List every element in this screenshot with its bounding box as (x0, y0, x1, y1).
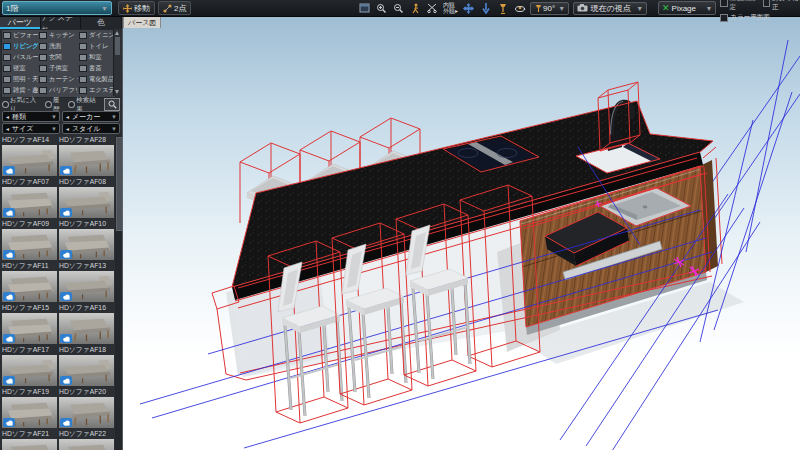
catalog-item-label: HDソファAF15 (2, 303, 57, 313)
eye-level-icon[interactable] (496, 2, 509, 15)
style-dropdown[interactable]: ◄スタイル▼ (62, 123, 120, 134)
scrollbar-thumb[interactable] (116, 137, 123, 231)
two-point-button[interactable]: 2点 (158, 1, 191, 15)
tab-color[interactable]: 色 (81, 16, 122, 29)
catalog-item[interactable]: HDソファAF15 (2, 303, 57, 345)
category-study[interactable]: 書斎 (78, 63, 115, 74)
brand-menu[interactable]: ✕ Pixage ▼ (658, 1, 716, 15)
viewpoint-select[interactable]: 現在の視点 ▼ (573, 2, 647, 15)
catalog-item-thumbnail[interactable] (59, 271, 114, 302)
category-toilet[interactable]: トイレ (78, 41, 115, 52)
catalog-item[interactable]: HDソファAF14 (2, 135, 57, 177)
catalog-item-label: HDソファAF08 (59, 177, 114, 187)
tab-parts[interactable]: パーツ (0, 16, 41, 29)
catalog-item-thumbnail[interactable] (2, 313, 57, 344)
catalog-item-thumbnail[interactable] (59, 397, 114, 428)
catalog-item-thumbnail[interactable] (2, 355, 57, 386)
walkthrough-icon[interactable] (409, 2, 422, 15)
catalog-item[interactable]: HDソファAF22 (59, 429, 114, 450)
catalog-item[interactable]: HDソファAF10 (59, 219, 114, 261)
catalog-item[interactable]: HDソファAF21 (2, 429, 57, 450)
view-mode-toggle[interactable]: 内観 外観▸ (443, 2, 458, 14)
fix-gaze-checkbox[interactable]: 注視点固定 (720, 0, 757, 12)
color-plan-checkbox[interactable]: カラー平面図 (720, 13, 769, 22)
category-washroom[interactable]: 洗面 (38, 41, 78, 52)
category-scrollbar[interactable] (113, 29, 121, 96)
catalog-item[interactable]: HDソファAF11 (2, 261, 57, 303)
catalog-item[interactable]: HDソファAF13 (59, 261, 114, 303)
scroll-up-icon[interactable] (115, 31, 119, 35)
catalog-item-thumbnail[interactable] (2, 439, 57, 450)
scrollbar-thumb[interactable] (115, 37, 120, 55)
category-japanese-room[interactable]: 和室 (78, 52, 115, 63)
chevron-down-icon: ▼ (558, 5, 565, 12)
category-entrance[interactable]: 玄関 (38, 52, 78, 63)
zoom-out-icon[interactable] (392, 2, 405, 15)
3d-scene (122, 16, 800, 450)
catalog-item-thumbnail[interactable] (2, 271, 57, 302)
window-icon[interactable] (358, 2, 371, 15)
scroll-down-icon[interactable] (115, 90, 119, 94)
move-button[interactable]: 移動 (118, 1, 155, 15)
chevron-down-icon: ▼ (51, 126, 57, 132)
type-dropdown[interactable]: ◄種類▼ (2, 111, 60, 122)
3d-viewport[interactable]: パース図 (122, 16, 800, 450)
catalog-item-thumbnail[interactable] (59, 229, 114, 260)
catalog-item-label: HDソファAF16 (59, 303, 114, 313)
tilt-correction-checkbox[interactable]: あおり補正 (763, 0, 800, 12)
search-button[interactable] (104, 98, 120, 111)
category-barrier-free[interactable]: バリアフリー (38, 85, 78, 96)
category-exterior[interactable]: エクステリア (78, 85, 115, 96)
dropdown-marker-icon: ◄ (5, 126, 10, 132)
catalog-item-thumbnail[interactable] (2, 229, 57, 260)
measure-icon[interactable] (426, 2, 439, 15)
size-dropdown[interactable]: ◄サイズ▼ (2, 123, 60, 134)
maker-dropdown[interactable]: ◄メーカー▼ (62, 111, 120, 122)
category-curtain-rug[interactable]: カーテン・ラグ (38, 74, 78, 85)
category-bathroom[interactable]: バスルーム (2, 52, 38, 63)
catalog-item-thumbnail[interactable] (59, 313, 114, 344)
catalog-item-thumbnail[interactable] (2, 145, 57, 176)
cloud-download-icon (3, 166, 15, 175)
catalog-item[interactable]: HDソファAF18 (59, 345, 114, 387)
floor-select[interactable]: 1階 ▼ (2, 1, 112, 15)
search-icon (108, 100, 117, 109)
catalog-item-thumbnail[interactable] (2, 397, 57, 428)
move-down-icon[interactable] (479, 2, 492, 15)
chevron-down-icon: ▼ (636, 5, 643, 12)
perspective-view-tab[interactable]: パース図 (123, 16, 161, 28)
catalog-item[interactable]: HDソファAF07 (2, 177, 57, 219)
category-appliances[interactable]: 電化製品 (78, 74, 115, 85)
catalog-item[interactable]: HDソファAF20 (59, 387, 114, 429)
catalog-item[interactable]: HDソファAF08 (59, 177, 114, 219)
tab-texture[interactable]: テクスチャ (41, 16, 82, 29)
result-filter-row: お気に入り 履歴 検索結果 (2, 98, 120, 111)
chevron-down-icon: ▼ (706, 5, 713, 12)
dropdown-marker-icon: ◄ (5, 114, 10, 120)
pan-icon[interactable] (462, 2, 475, 15)
catalog-item[interactable]: HDソファAF28 (59, 135, 114, 177)
category-goods-hobby[interactable]: 雑貨・趣味 (2, 85, 38, 96)
zoom-in-icon[interactable] (375, 2, 388, 15)
orbit-icon[interactable] (513, 2, 526, 15)
thumbnail-scrollbar[interactable] (115, 135, 122, 450)
category-dining[interactable]: ダイニング (78, 30, 115, 41)
sidebar-tabbar: パーツ テクスチャ 色 (0, 16, 122, 29)
catalog-item[interactable]: HDソファAF19 (2, 387, 57, 429)
catalog-item[interactable]: HDソファAF16 (59, 303, 114, 345)
category-living[interactable]: リビング (2, 41, 38, 52)
folder-icon (39, 54, 47, 61)
category-lighting[interactable]: 照明・天井扇 (2, 74, 38, 85)
catalog-item-thumbnail[interactable] (59, 187, 114, 218)
category-bedroom[interactable]: 寝室 (2, 63, 38, 74)
catalog-item[interactable]: HDソファAF09 (2, 219, 57, 261)
category-kids-room[interactable]: 子供室 (38, 63, 78, 74)
catalog-item[interactable]: HDソファAF17 (2, 345, 57, 387)
catalog-item-thumbnail[interactable] (2, 187, 57, 218)
catalog-item-thumbnail[interactable] (59, 355, 114, 386)
catalog-item-thumbnail[interactable] (59, 145, 114, 176)
catalog-item-thumbnail[interactable] (59, 439, 114, 450)
category-before[interactable]: ビフォー (2, 30, 38, 41)
category-kitchen[interactable]: キッチン (38, 30, 78, 41)
angle-select[interactable]: 90° ▼ (530, 2, 569, 15)
